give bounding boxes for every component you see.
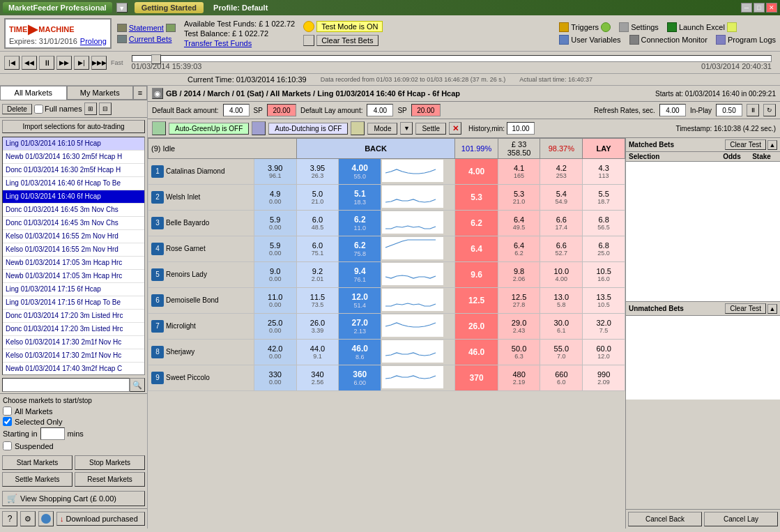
- clear-test-unmatched-btn[interactable]: Clear Test: [725, 303, 766, 314]
- runner-name-cell[interactable]: 2Welsh Inlet: [148, 185, 254, 211]
- pause-btn[interactable]: ⏸: [39, 56, 54, 70]
- lay3-cell[interactable]: 13.05.8: [540, 288, 583, 314]
- lay4-cell[interactable]: 6.856.5: [583, 211, 625, 236]
- lay1-best-cell[interactable]: 6.2: [455, 211, 498, 236]
- back3-cell[interactable]: 3.9096.1: [254, 159, 296, 185]
- back2-cell[interactable]: 3402.56: [296, 365, 339, 391]
- launch-excel-item[interactable]: Launch Excel: [667, 22, 737, 32]
- list-item[interactable]: Kelso 01/03/2014 16:55 2m Nov Hrd: [3, 243, 144, 257]
- clear-test-bets-btn[interactable]: Clear Test Bets: [316, 35, 378, 46]
- test-mode-btn[interactable]: Test Mode is ON: [316, 21, 383, 32]
- import-btn[interactable]: Import selections for auto-trading: [2, 120, 145, 133]
- transfer-test-funds-link[interactable]: Transfer Test Funds: [184, 39, 295, 47]
- full-names-checkbox[interactable]: [34, 105, 43, 114]
- lay4-cell[interactable]: 32.07.5: [583, 314, 625, 340]
- all-markets-checkbox[interactable]: [3, 406, 12, 416]
- runner-name-cell[interactable]: 4Rose Garnet: [148, 236, 254, 262]
- lay1-best-cell[interactable]: 6.4: [455, 236, 498, 262]
- market-icon-btn1[interactable]: ⊞: [84, 102, 97, 115]
- lay1-best-cell[interactable]: 12.5: [455, 288, 498, 314]
- list-item[interactable]: Kelso 01/03/2014 17:30 2m1f Nov Hc: [3, 336, 144, 349]
- lay4-cell[interactable]: 4.3113: [583, 159, 625, 185]
- list-item[interactable]: Newb 01/03/2014 17:05 3m Hcap Hrc: [3, 257, 144, 270]
- market-icon-btn2[interactable]: ⊟: [99, 102, 112, 115]
- collapse-matched-btn[interactable]: ▲: [767, 140, 777, 150]
- mode-sub-btn[interactable]: ▼: [400, 122, 413, 135]
- statement-link[interactable]: Statement: [129, 24, 164, 32]
- timeline-thumb[interactable]: [151, 54, 161, 64]
- lay4-cell[interactable]: 6.825.0: [583, 236, 625, 262]
- lay4-cell[interactable]: 9902.09: [583, 365, 625, 391]
- lay1-best-cell[interactable]: 9.6: [455, 262, 498, 288]
- back3-cell[interactable]: 25.00.00: [254, 314, 296, 340]
- back2-cell[interactable]: 6.075.1: [296, 236, 339, 262]
- list-item-selected[interactable]: Ling 01/03/2014 16:40 6f Hcap: [3, 190, 144, 204]
- back2-cell[interactable]: 6.048.5: [296, 211, 339, 236]
- dutching-settings-icon[interactable]: [351, 121, 365, 135]
- list-item[interactable]: Newb 01/03/2014 16:30 2m5f Hcap H: [3, 151, 144, 164]
- race-nav-icon[interactable]: ◉: [152, 88, 163, 99]
- help-btn[interactable]: ?: [2, 511, 17, 526]
- prolong-link[interactable]: Prolong: [80, 37, 107, 45]
- list-item[interactable]: Newb 01/03/2014 17:40 3m2f Hcap C: [3, 363, 144, 375]
- back3-cell[interactable]: 42.00.00: [254, 340, 296, 365]
- default-back-sp-input[interactable]: [267, 104, 296, 116]
- stop-markets-btn[interactable]: Stop Markets: [75, 455, 145, 470]
- settings-small-btn[interactable]: ⚙: [20, 511, 36, 526]
- runner-name-cell[interactable]: 9Sweet Piccolo: [148, 365, 254, 391]
- lay3-cell[interactable]: 55.07.0: [540, 340, 583, 365]
- back3-cell[interactable]: 3300.00: [254, 365, 296, 391]
- selected-only-checkbox[interactable]: [3, 417, 12, 426]
- download-purchased-btn[interactable]: ↓ Download purchased: [56, 512, 145, 526]
- lay1-best-cell[interactable]: 4.00: [455, 159, 498, 185]
- lay3-cell[interactable]: 5.454.9: [540, 185, 583, 211]
- list-item[interactable]: Kelso 01/03/2014 17:30 2m1f Nov Hc: [3, 349, 144, 363]
- auto-dutching-btn[interactable]: Auto-Dutching is OFF: [268, 123, 348, 135]
- runner-name-cell[interactable]: 5Renoirs Lady: [148, 262, 254, 288]
- back1-best-cell[interactable]: 4.0055.0: [339, 159, 381, 185]
- list-item[interactable]: Kelso 01/03/2014 16:55 2m Nov Hrd: [3, 230, 144, 243]
- shopping-cart-btn[interactable]: 🛒 View Shopping Cart (£ 0.00): [2, 491, 145, 506]
- back2-cell[interactable]: 5.021.0: [296, 185, 339, 211]
- back1-best-cell[interactable]: 27.02.13: [339, 314, 381, 340]
- back1-best-cell[interactable]: 5.118.3: [339, 185, 381, 211]
- lay2-cell[interactable]: 5.321.0: [498, 185, 540, 211]
- play-start-btn[interactable]: |◀: [4, 56, 20, 70]
- info-btn[interactable]: [38, 511, 54, 526]
- lay2-cell[interactable]: 6.449.5: [498, 211, 540, 236]
- back2-cell[interactable]: 11.573.5: [296, 288, 339, 314]
- lay2-cell[interactable]: 6.46.2: [498, 236, 540, 262]
- list-item[interactable]: Donc 01/03/2014 16:30 2m5f Hcap H: [3, 164, 144, 177]
- search-input[interactable]: [2, 378, 130, 392]
- lay1-best-cell[interactable]: 26.0: [455, 314, 498, 340]
- dropdown-arrow-icon[interactable]: ▼: [116, 3, 128, 13]
- user-variables-item[interactable]: User Variables: [559, 35, 620, 45]
- list-item[interactable]: Ling 01/03/2014 17:15 6f Hcap To Be: [3, 296, 144, 310]
- back2-cell[interactable]: 26.03.39: [296, 314, 339, 340]
- list-item[interactable]: Donc 01/03/2014 16:45 3m Nov Chs: [3, 204, 144, 217]
- list-item[interactable]: Ling 01/03/2014 16:40 6f Hcap To Be: [3, 177, 144, 190]
- refresh-rates-input[interactable]: [659, 104, 686, 116]
- lay2-cell[interactable]: 4802.19: [498, 365, 540, 391]
- lay1-best-cell[interactable]: 46.0: [455, 340, 498, 365]
- lay2-cell[interactable]: 29.02.43: [498, 314, 540, 340]
- back2-cell[interactable]: 9.22.01: [296, 262, 339, 288]
- runner-name-cell[interactable]: 1Catalinas Diamond: [148, 159, 254, 185]
- list-item[interactable]: Donc 01/03/2014 16:45 3m Nov Chs: [3, 217, 144, 230]
- back2-cell[interactable]: 44.09.1: [296, 340, 339, 365]
- back3-cell[interactable]: 4.90.00: [254, 185, 296, 211]
- play-fast-btn[interactable]: ▶▶▶: [91, 56, 107, 70]
- back3-cell[interactable]: 11.00.00: [254, 288, 296, 314]
- list-item[interactable]: Ling 01/03/2014 17:15 6f Hcap: [3, 283, 144, 296]
- current-bets-link[interactable]: Current Bets: [129, 35, 172, 43]
- lay4-cell[interactable]: 10.516.0: [583, 262, 625, 288]
- triggers-item[interactable]: Triggers: [559, 22, 611, 32]
- runner-name-cell[interactable]: 7Microlight: [148, 314, 254, 340]
- lay3-cell[interactable]: 6606.0: [540, 365, 583, 391]
- pause-rates-btn[interactable]: ⏸: [747, 104, 759, 116]
- lay1-best-cell[interactable]: 370: [455, 365, 498, 391]
- tab-all-markets[interactable]: All Markets: [0, 86, 67, 100]
- cancel-back-btn[interactable]: Cancel Back: [628, 512, 702, 526]
- mode-btn[interactable]: Mode: [367, 123, 397, 135]
- getting-started-btn[interactable]: Getting Started: [135, 2, 204, 13]
